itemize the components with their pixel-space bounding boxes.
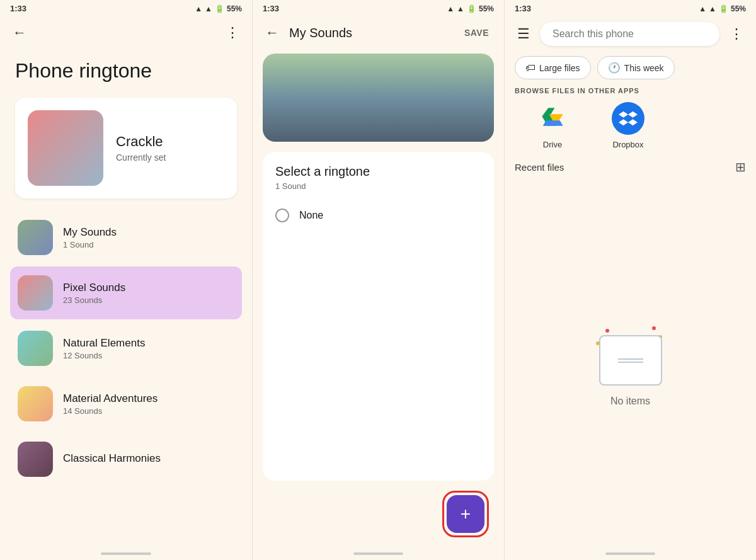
empty-box — [599, 335, 662, 386]
ringtone-status: Currently set — [116, 152, 166, 163]
sound-name-classical: Classical Harmonies — [63, 452, 161, 465]
fab-container: + — [253, 481, 504, 547]
battery-pct-2: 55% — [479, 4, 494, 13]
panel1-header: ← ⋮ — [0, 17, 252, 49]
recent-files-header: Recent files ⊞ — [505, 159, 756, 182]
this-week-filter[interactable]: 🕐 This week — [597, 56, 675, 79]
sound-thumb-pixel — [18, 275, 53, 311]
sound-count-natural: 12 Sounds — [63, 351, 145, 360]
battery-icon: 🔋 — [215, 4, 224, 13]
browse-label: BROWSE FILES IN OTHER APPS — [505, 87, 756, 102]
select-ringtone-title: Select a ringtone — [275, 164, 481, 179]
wifi-icon-3: ▲ — [699, 4, 706, 13]
sound-count-material: 14 Sounds — [63, 406, 158, 416]
status-icons-1: ▲ ▲ 🔋 55% — [195, 4, 242, 13]
sound-item-my-sounds[interactable]: My Sounds 1 Sound — [10, 211, 242, 264]
select-ringtone-section: Select a ringtone 1 Sound None — [263, 152, 494, 481]
signal-icon-2: ▲ — [457, 4, 464, 13]
hamburger-button[interactable]: ☰ — [515, 23, 532, 45]
fab-highlight: + — [442, 491, 489, 537]
sound-item-material-adventures[interactable]: Material Adventures 14 Sounds — [10, 377, 242, 430]
back-button-1[interactable]: ← — [10, 22, 29, 43]
scrollbar-1 — [101, 552, 151, 555]
panel2-title: My Sounds — [289, 26, 452, 40]
box-line-2 — [618, 362, 643, 363]
drive-app-name: Drive — [543, 140, 562, 149]
panel-files: 1:33 ▲ ▲ 🔋 55% ☰ ⋮ 🏷 Large files 🕐 This … — [504, 0, 756, 560]
sound-item-info-material: Material Adventures 14 Sounds — [63, 392, 158, 416]
sound-thumb-mysounds — [18, 220, 53, 255]
battery-pct-3: 55% — [731, 4, 746, 13]
drive-app-item[interactable]: Drive — [515, 102, 590, 149]
status-bar-2: 1:33 ▲ ▲ 🔋 55% — [253, 0, 504, 17]
status-icons-2: ▲ ▲ 🔋 55% — [447, 4, 494, 13]
drive-icon — [536, 102, 569, 135]
back-button-2[interactable]: ← — [263, 22, 282, 43]
current-ringtone-card[interactable]: Crackle Currently set — [15, 98, 237, 198]
sound-item-info-classical: Classical Harmonies — [63, 452, 161, 466]
apps-grid: Drive Dropbox — [505, 102, 756, 159]
sound-thumb-material — [18, 386, 53, 421]
plus-icon: + — [461, 505, 471, 523]
filter-chips-row: 🏷 Large files 🕐 This week — [505, 51, 756, 87]
status-icons-3: ▲ ▲ 🔋 55% — [699, 4, 746, 13]
scrollbar-3 — [605, 552, 656, 555]
more-button-3[interactable]: ⋮ — [727, 23, 746, 45]
sound-item-classical-harmonies[interactable]: Classical Harmonies — [10, 433, 242, 486]
search-bar: ☰ ⋮ — [505, 17, 756, 51]
panel-my-sounds: 1:33 ▲ ▲ 🔋 55% ← My Sounds SAVE Select a… — [252, 0, 504, 560]
sound-count: 1 Sound — [63, 240, 117, 249]
none-option[interactable]: None — [275, 203, 481, 227]
tag-icon: 🏷 — [525, 62, 536, 74]
empty-illustration — [593, 323, 668, 386]
time-1: 1:33 — [10, 4, 26, 13]
wifi-icon: ▲ — [195, 4, 202, 13]
sound-item-info-pixel: Pixel Sounds 23 Sounds — [63, 282, 125, 305]
select-ringtone-subtitle: 1 Sound — [275, 181, 481, 191]
empty-state-text: No items — [610, 396, 650, 407]
panel2-hero-image — [263, 54, 494, 142]
sound-name-natural: Natural Elements — [63, 337, 145, 350]
dropbox-app-item[interactable]: Dropbox — [590, 102, 666, 149]
more-button-1[interactable]: ⋮ — [223, 22, 242, 43]
empty-state: No items — [505, 182, 756, 547]
none-label: None — [299, 210, 323, 221]
status-bar-3: 1:33 ▲ ▲ 🔋 55% — [505, 0, 756, 17]
ringtone-info: Crackle Currently set — [116, 134, 166, 163]
battery-icon-3: 🔋 — [719, 4, 728, 13]
dropbox-app-name: Dropbox — [612, 140, 643, 149]
status-bar-1: 1:33 ▲ ▲ 🔋 55% — [0, 0, 252, 17]
large-files-filter[interactable]: 🏷 Large files — [515, 56, 591, 79]
panel-phone-ringtone: 1:33 ▲ ▲ 🔋 55% ← ⋮ Phone ringtone Crackl… — [0, 0, 252, 560]
sound-item-info-natural: Natural Elements 12 Sounds — [63, 337, 145, 360]
sound-name-pixel: Pixel Sounds — [63, 282, 125, 294]
time-2: 1:33 — [263, 4, 279, 13]
save-button[interactable]: SAVE — [459, 25, 494, 40]
dropbox-icon — [612, 102, 644, 135]
sound-name: My Sounds — [63, 226, 117, 239]
this-week-label: This week — [624, 63, 664, 73]
search-input[interactable] — [540, 22, 719, 46]
recent-files-label: Recent files — [515, 162, 564, 173]
sound-item-natural-elements[interactable]: Natural Elements 12 Sounds — [10, 322, 242, 375]
sound-item-info: My Sounds 1 Sound — [63, 226, 117, 249]
ringtone-thumbnail — [28, 110, 103, 186]
dot-2 — [652, 326, 656, 330]
page-title-1: Phone ringtone — [0, 49, 252, 98]
sound-thumb-classical — [18, 442, 53, 477]
clock-icon: 🕐 — [608, 62, 621, 74]
battery-icon-2: 🔋 — [467, 4, 476, 13]
grid-view-icon[interactable]: ⊞ — [735, 159, 746, 174]
add-sound-fab[interactable]: + — [447, 495, 484, 533]
sound-name-material: Material Adventures — [63, 392, 158, 405]
signal-icon-3: ▲ — [709, 4, 716, 13]
large-files-label: Large files — [539, 63, 580, 73]
dot-1 — [605, 329, 609, 333]
battery-pct-1: 55% — [227, 4, 242, 13]
sound-category-list: My Sounds 1 Sound Pixel Sounds 23 Sounds… — [0, 211, 252, 547]
sound-item-pixel-sounds[interactable]: Pixel Sounds 23 Sounds — [10, 266, 242, 319]
sound-thumb-natural — [18, 331, 53, 366]
scrollbar-2 — [353, 552, 404, 555]
wifi-icon-2: ▲ — [447, 4, 454, 13]
none-radio[interactable] — [275, 209, 289, 222]
